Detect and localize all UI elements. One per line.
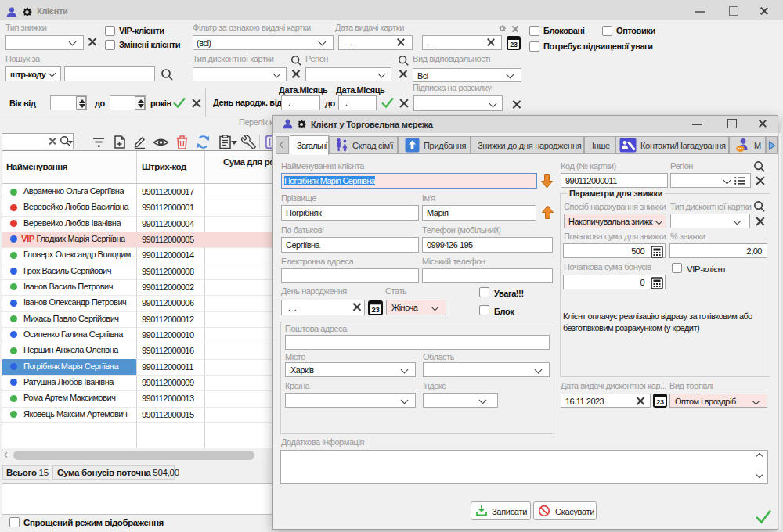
svg-text:23: 23 <box>510 41 518 49</box>
svg-text:23: 23 <box>656 398 664 406</box>
svg-text:23: 23 <box>372 305 380 314</box>
